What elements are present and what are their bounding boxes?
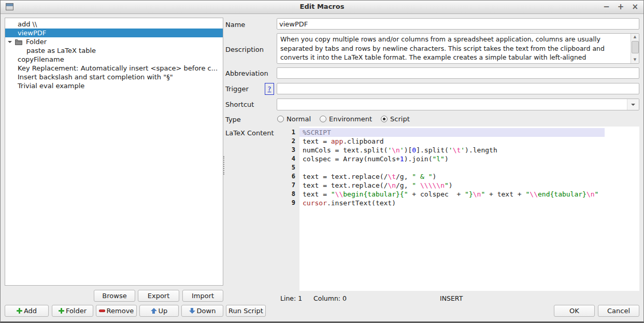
line-number: 4 — [282, 155, 296, 163]
radio-label: Environment — [329, 115, 372, 123]
radio-circle-icon — [277, 116, 284, 122]
scroll-down-icon[interactable]: ▼ — [631, 57, 639, 63]
abbreviation-input[interactable] — [277, 67, 639, 79]
code-line: numCols = text.split('\n')[0].split('\t'… — [299, 146, 639, 155]
macro-folder-row[interactable]: Folder — [5, 37, 223, 46]
description-textarea[interactable]: When you copy multiple rows and/or colum… — [277, 33, 639, 64]
shortcut-combobox[interactable] — [277, 99, 639, 110]
trigger-label: Trigger — [225, 85, 249, 93]
type-label: Type — [225, 116, 241, 123]
add-button[interactable]: Add — [5, 305, 49, 317]
move-up-button[interactable]: Up — [139, 305, 179, 317]
name-label: Name — [225, 21, 245, 29]
arrow-down-icon — [189, 308, 195, 314]
type-radio-normal[interactable]: Normal — [277, 115, 311, 123]
radio-circle-icon — [320, 116, 326, 122]
type-radio-group: NormalEnvironmentScript — [277, 115, 410, 123]
import-button[interactable]: Import — [182, 290, 223, 302]
macro-label: viewPDF — [5, 29, 46, 37]
code-line — [299, 163, 639, 172]
macro-label: copyFilename — [5, 55, 64, 63]
macro-list-item[interactable]: copyFilename — [5, 55, 223, 64]
move-down-button[interactable]: Down — [181, 305, 223, 317]
browse-button[interactable]: Browse — [94, 290, 135, 302]
trigger-input[interactable] — [277, 83, 639, 94]
plus-icon — [17, 308, 22, 314]
macro-list-item[interactable]: add \\ — [5, 20, 223, 29]
code-line: text = "\\begin{tabular}{" + colspec + "… — [299, 190, 639, 199]
line-number: 5 — [282, 163, 296, 172]
line-number: 6 — [282, 172, 296, 181]
macro-label: Insert backslash and start completion wi… — [5, 73, 173, 81]
type-radio-environment[interactable]: Environment — [320, 115, 372, 123]
plus-icon — [59, 308, 64, 314]
scrollbar-thumb[interactable] — [632, 41, 639, 53]
export-button[interactable]: Export — [138, 290, 179, 302]
radio-circle-icon — [381, 116, 388, 122]
line-number: 7 — [282, 181, 296, 190]
line-number: 2 — [282, 137, 296, 146]
status-column: Column: 0 — [313, 294, 347, 302]
macro-list-item[interactable]: Key Replacement: Automatically insert <s… — [5, 64, 223, 73]
macro-list-item[interactable]: paste as LaTeX table — [5, 46, 223, 55]
radio-label: Script — [390, 115, 410, 123]
macro-list-item[interactable]: Trivial eval example — [5, 81, 223, 90]
code-line: cursor.insertText(text) — [299, 199, 639, 207]
macro-label: Key Replacement: Automatically insert <s… — [5, 64, 218, 72]
code-line: text = text.replace(/\n/g, " \\\\\n") — [299, 181, 639, 190]
shortcut-label: Shortcut — [225, 101, 254, 108]
code-line: %SCRIPT — [299, 128, 605, 137]
arrow-up-icon — [151, 308, 157, 314]
macro-list-item[interactable]: Insert backslash and start completion wi… — [5, 73, 223, 81]
code-line: text = text.replace(/\t/g, " & ") — [299, 172, 639, 181]
line-number: 9 — [282, 199, 296, 207]
status-insert-mode: INSERT — [440, 294, 463, 302]
name-input[interactable] — [277, 18, 639, 30]
abbreviation-label: Abbreviation — [225, 69, 268, 77]
status-line: Line: 1 — [280, 294, 302, 302]
description-scrollbar[interactable]: ▲ ▼ — [631, 34, 639, 63]
dialog-title: Edit Macros — [1, 3, 643, 10]
splitter-handle[interactable] — [223, 156, 226, 175]
remove-button[interactable]: Remove — [96, 305, 137, 317]
minus-icon — [99, 310, 105, 312]
edit-macros-dialog: Edit Macros − + × add \\viewPDFFolderpas… — [0, 0, 644, 323]
macro-label: Trivial eval example — [5, 82, 84, 90]
line-number: 1 — [282, 128, 296, 137]
line-number-gutter: 123456789 — [282, 128, 296, 207]
trigger-help-button[interactable]: ? — [265, 83, 274, 95]
type-radio-script[interactable]: Script — [381, 115, 410, 123]
macro-label: add \\ — [5, 20, 37, 28]
title-bar: Edit Macros − + × — [1, 1, 643, 14]
description-text: When you copy multiple rows and/or colum… — [277, 34, 631, 63]
run-script-button[interactable]: Run Script — [226, 305, 266, 317]
ok-button[interactable]: OK — [554, 305, 595, 317]
chevron-down-icon[interactable] — [627, 99, 639, 110]
code-line: text = app.clipboard — [299, 137, 639, 146]
macro-list-item[interactable]: viewPDF — [5, 29, 223, 37]
latex-content-editor[interactable]: %SCRIPTtext = app.clipboardnumCols = tex… — [282, 127, 639, 291]
close-icon[interactable]: × — [632, 1, 638, 13]
code-area[interactable]: %SCRIPTtext = app.clipboardnumCols = tex… — [299, 128, 639, 207]
minimize-icon[interactable]: − — [603, 1, 610, 13]
scroll-up-icon[interactable]: ▲ — [631, 34, 639, 40]
radio-label: Normal — [287, 115, 311, 123]
expander-icon[interactable] — [8, 41, 12, 43]
maximize-icon[interactable]: + — [618, 1, 624, 13]
line-number: 3 — [282, 146, 296, 155]
code-line: colspec = Array(numCols+1).join("l") — [299, 155, 639, 163]
cancel-button[interactable]: Cancel — [598, 305, 639, 317]
line-number: 8 — [282, 190, 296, 199]
description-label: Description — [225, 46, 264, 53]
latex-content-label: LaTeX Content — [225, 129, 274, 137]
folder-icon — [15, 38, 22, 46]
add-folder-button[interactable]: Folder — [52, 305, 93, 317]
macro-list[interactable]: add \\viewPDFFolderpaste as LaTeX tablec… — [5, 18, 223, 286]
macro-label: paste as LaTeX table — [5, 47, 96, 54]
